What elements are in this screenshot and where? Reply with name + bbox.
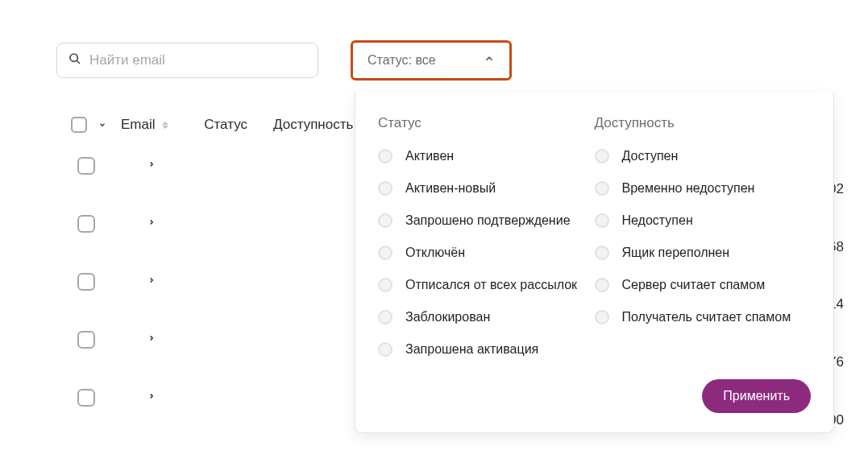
select-all-checkbox[interactable]: [71, 117, 87, 133]
radio-icon: [378, 278, 392, 292]
chevron-right-icon[interactable]: [147, 158, 156, 174]
status-option-label: Отписался от всех рассылок: [405, 278, 577, 292]
radio-icon: [595, 310, 609, 324]
sort-icon: [162, 122, 168, 129]
radio-icon: [378, 342, 392, 357]
radio-icon: [595, 213, 609, 228]
svg-line-1: [77, 60, 80, 64]
column-availability[interactable]: Доступность: [273, 117, 353, 133]
status-option-label: Запрошена активация: [405, 342, 538, 357]
status-option-label: Отключён: [405, 246, 465, 260]
chevron-right-icon[interactable]: [147, 390, 156, 406]
apply-button[interactable]: Применить: [702, 379, 811, 413]
status-column-title: Статус: [378, 115, 595, 131]
status-option[interactable]: Активен: [378, 149, 595, 163]
availability-option[interactable]: Получатель считает спамом: [595, 310, 812, 324]
status-column: Статус АктивенАктивен-новыйЗапрошено под…: [378, 115, 595, 357]
row-checkbox[interactable]: [77, 273, 95, 291]
status-option[interactable]: Запрошено подтверждение: [378, 213, 595, 228]
availability-option[interactable]: Ящик переполнен: [595, 246, 812, 260]
status-option-label: Активен: [405, 149, 454, 163]
radio-icon: [595, 181, 609, 196]
column-status[interactable]: Статус: [204, 117, 247, 133]
radio-icon: [378, 310, 392, 324]
chevron-right-icon[interactable]: [147, 274, 156, 290]
availability-option-label: Временно недоступен: [622, 181, 755, 196]
status-option[interactable]: Отключён: [378, 246, 595, 260]
search-box[interactable]: [56, 43, 318, 78]
status-option[interactable]: Отписался от всех рассылок: [378, 278, 595, 292]
radio-icon: [595, 278, 609, 292]
radio-icon: [378, 246, 392, 260]
availability-option-label: Недоступен: [622, 213, 693, 228]
availability-option[interactable]: Временно недоступен: [595, 181, 812, 196]
availability-column: Доступность ДоступенВременно недоступенН…: [595, 115, 812, 357]
status-option[interactable]: Запрошена активация: [378, 342, 595, 357]
availability-option-label: Ящик переполнен: [622, 246, 730, 260]
radio-icon: [378, 149, 392, 163]
radio-icon: [378, 181, 392, 196]
availability-option[interactable]: Недоступен: [595, 213, 812, 228]
column-email-label: Email: [121, 117, 156, 132]
status-filter-dropdown[interactable]: Статус: все: [351, 40, 512, 81]
availability-option-label: Доступен: [622, 149, 679, 163]
availability-column-title: Доступность: [595, 115, 812, 131]
status-option-label: Заблокирован: [405, 310, 490, 324]
chevron-right-icon[interactable]: [147, 332, 156, 348]
search-icon: [69, 52, 81, 68]
radio-icon: [595, 246, 609, 260]
row-checkbox[interactable]: [77, 157, 95, 175]
chevron-right-icon[interactable]: [147, 216, 156, 232]
row-checkbox[interactable]: [77, 331, 95, 349]
availability-option-label: Получатель считает спамом: [622, 310, 791, 324]
row-checkbox[interactable]: [77, 389, 95, 407]
column-email[interactable]: Email: [121, 117, 168, 133]
chevron-up-icon: [484, 53, 495, 68]
status-filter-panel: Статус АктивенАктивен-новыйЗапрошено под…: [355, 93, 834, 433]
availability-option[interactable]: Доступен: [595, 149, 812, 163]
status-option-label: Активен-новый: [405, 181, 496, 196]
availability-option[interactable]: Сервер считает спамом: [595, 278, 812, 292]
status-option[interactable]: Активен-новый: [378, 181, 595, 196]
svg-point-0: [70, 54, 77, 61]
status-filter-label: Статус: все: [368, 53, 436, 68]
radio-icon: [595, 149, 609, 163]
chevron-down-icon[interactable]: [98, 118, 106, 132]
status-option[interactable]: Заблокирован: [378, 310, 595, 324]
row-checkbox[interactable]: [77, 215, 95, 233]
status-option-label: Запрошено подтверждение: [405, 213, 571, 228]
availability-option-label: Сервер считает спамом: [622, 278, 766, 292]
radio-icon: [378, 213, 392, 228]
search-input[interactable]: [89, 52, 306, 68]
